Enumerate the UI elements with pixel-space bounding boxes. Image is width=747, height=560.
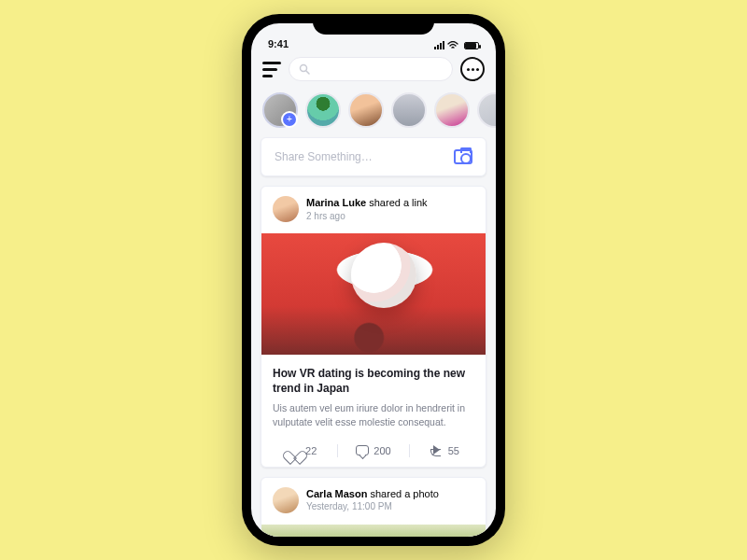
post-card: Marina Luke shared a link 2 hrs ago How … [261, 186, 486, 468]
clock: 9:41 [268, 38, 289, 49]
messages-button[interactable] [460, 57, 485, 81]
article-body[interactable]: How VR dating is becoming the new trend … [261, 357, 486, 439]
post-header[interactable]: Marina Luke shared a link 2 hrs ago [261, 187, 486, 231]
story-item[interactable] [434, 92, 470, 128]
chat-icon [467, 68, 479, 71]
signal-icon [434, 41, 444, 49]
search-icon [299, 63, 310, 75]
story-item[interactable] [348, 92, 384, 128]
app-screen: 9:41 Share Somet [251, 23, 496, 537]
wifi-icon [447, 41, 458, 49]
comment-button[interactable]: 200 [338, 445, 408, 456]
battery-icon [464, 42, 479, 49]
phone-frame: 9:41 Share Somet [242, 14, 505, 546]
author-name: Carla Mason [306, 488, 367, 499]
post-meta: Carla Mason shared a photo Yesterday, 11… [306, 487, 439, 512]
compose-card[interactable]: Share Something… [261, 137, 486, 176]
post-image[interactable] [261, 525, 486, 537]
menu-icon[interactable] [262, 62, 281, 77]
top-bar [251, 51, 496, 87]
svg-point-0 [301, 65, 307, 72]
share-count: 55 [448, 445, 459, 456]
story-add[interactable] [262, 92, 298, 128]
svg-line-1 [306, 71, 309, 74]
notch [313, 14, 434, 35]
compose-placeholder: Share Something… [275, 150, 454, 163]
like-button[interactable]: 22 [267, 445, 337, 456]
author-name: Marina Luke [306, 197, 366, 208]
post-card: Carla Mason shared a photo Yesterday, 11… [261, 477, 486, 537]
comment-count: 200 [374, 445, 390, 456]
search-input[interactable] [289, 57, 453, 81]
stories-row[interactable] [251, 87, 496, 137]
article-excerpt: Uis autem vel eum iriure dolor in hendre… [273, 401, 474, 428]
post-actions: 22 200 55 [261, 439, 486, 467]
avatar[interactable] [273, 196, 299, 222]
camera-icon[interactable] [454, 149, 472, 164]
post-time: 2 hrs ago [306, 210, 428, 222]
avatar[interactable] [273, 487, 299, 513]
post-action: shared a photo [370, 488, 438, 499]
post-time: Yesterday, 11:00 PM [306, 500, 439, 512]
story-item[interactable] [305, 92, 341, 128]
status-right [434, 41, 479, 49]
comment-icon [356, 445, 369, 455]
post-action: shared a link [369, 197, 427, 208]
post-header[interactable]: Carla Mason shared a photo Yesterday, 11… [261, 478, 486, 523]
story-item[interactable] [477, 92, 496, 128]
share-icon [430, 445, 444, 456]
heart-icon [288, 445, 301, 456]
share-button[interactable]: 55 [410, 445, 480, 456]
post-image[interactable] [261, 233, 486, 355]
article-title: How VR dating is becoming the new trend … [273, 366, 474, 396]
post-meta: Marina Luke shared a link 2 hrs ago [306, 196, 428, 221]
story-item[interactable] [391, 92, 427, 128]
